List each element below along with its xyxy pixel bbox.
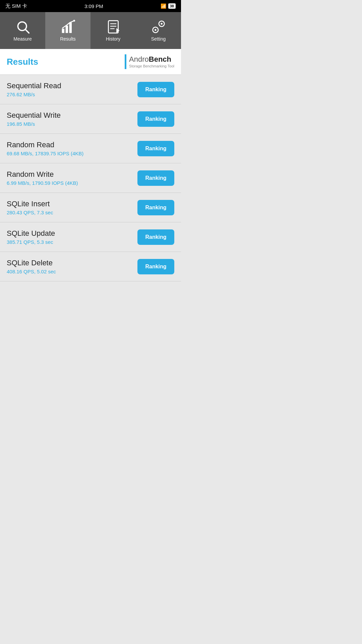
logo-bar-accent (125, 54, 126, 69)
svg-rect-2 (62, 29, 64, 33)
svg-rect-3 (65, 25, 68, 33)
tab-setting-label: Setting (151, 36, 166, 42)
ranking-btn-5[interactable]: Ranking (137, 229, 174, 245)
bench-value-6: 408.16 QPS, 5.02 sec (7, 269, 137, 274)
logo-subtitle: Storage Benchmarking Tool (129, 64, 174, 68)
setting-icon (151, 19, 166, 34)
bench-value-1: 196.85 MB/s (7, 121, 137, 127)
bench-value-4: 280.43 QPS, 7.3 sec (7, 210, 137, 215)
carrier-label: 无 SIM 卡 (5, 3, 27, 9)
bench-name-0: Sequential Read (7, 82, 137, 90)
status-icons: 📶 38 (161, 3, 176, 9)
tab-history-label: History (106, 36, 121, 42)
svg-point-5 (73, 20, 75, 21)
ranking-btn-4[interactable]: Ranking (137, 200, 174, 215)
tab-results[interactable]: Results (45, 12, 90, 49)
svg-point-14 (155, 29, 157, 31)
ranking-btn-0[interactable]: Ranking (137, 82, 174, 97)
androbench-logo: AndroBench Storage Benchmarking Tool (125, 54, 174, 69)
tab-measure-label: Measure (13, 36, 32, 42)
bench-row-sqlite-update: SQLite Update 385.71 QPS, 5.3 sec Rankin… (0, 222, 181, 252)
history-icon (106, 19, 121, 34)
ranking-btn-3[interactable]: Ranking (137, 170, 174, 186)
measure-icon (15, 19, 30, 34)
bench-name-4: SQLite Insert (7, 200, 137, 208)
bench-name-2: Random Read (7, 141, 137, 149)
logo-bench: Bench (149, 55, 171, 63)
logo-text: AndroBench (129, 55, 174, 63)
tab-setting[interactable]: Setting (136, 12, 181, 49)
results-title: Results (7, 57, 38, 67)
bench-name-6: SQLite Delete (7, 259, 137, 267)
ranking-btn-2[interactable]: Ranking (137, 141, 174, 156)
tab-bar: Measure Results History Settin (0, 12, 181, 49)
bench-name-3: Random Write (7, 170, 137, 179)
bench-value-2: 69.68 MB/s, 17839.75 IOPS (4KB) (7, 151, 137, 156)
bench-row-sqlite-insert: SQLite Insert 280.43 QPS, 7.3 sec Rankin… (0, 193, 181, 222)
bench-value-5: 385.71 QPS, 5.3 sec (7, 239, 137, 245)
status-bar: 无 SIM 卡 3:09 PM 📶 38 (0, 0, 181, 12)
bench-row-sqlite-delete: SQLite Delete 408.16 QPS, 5.02 sec Ranki… (0, 252, 181, 281)
ranking-btn-6[interactable]: Ranking (137, 259, 174, 274)
benchmark-list: Sequential Read 276.62 MB/s Ranking Sequ… (0, 75, 181, 281)
bench-value-3: 6.99 MB/s, 1790.59 IOPS (4KB) (7, 180, 137, 186)
results-header: Results AndroBench Storage Benchmarking … (0, 49, 181, 75)
battery-indicator: 38 (168, 3, 176, 9)
bench-name-1: Sequential Write (7, 111, 137, 120)
wifi-icon: 📶 (161, 3, 166, 9)
bench-row-random-write: Random Write 6.99 MB/s, 1790.59 IOPS (4K… (0, 163, 181, 193)
svg-rect-4 (69, 22, 71, 33)
bench-value-0: 276.62 MB/s (7, 92, 137, 97)
ranking-btn-1[interactable]: Ranking (137, 111, 174, 127)
bench-name-5: SQLite Update (7, 229, 137, 238)
tab-measure[interactable]: Measure (0, 12, 45, 49)
results-icon (61, 19, 75, 34)
tab-results-label: Results (60, 36, 76, 42)
bench-row-sequential-write: Sequential Write 196.85 MB/s Ranking (0, 104, 181, 134)
tab-history[interactable]: History (90, 12, 136, 49)
bench-row-random-read: Random Read 69.68 MB/s, 17839.75 IOPS (4… (0, 134, 181, 163)
bench-row-sequential-read: Sequential Read 276.62 MB/s Ranking (0, 75, 181, 104)
svg-point-12 (161, 23, 163, 25)
logo-andro: Andro (129, 55, 149, 63)
svg-line-1 (25, 29, 29, 33)
clock: 3:09 PM (84, 3, 103, 9)
